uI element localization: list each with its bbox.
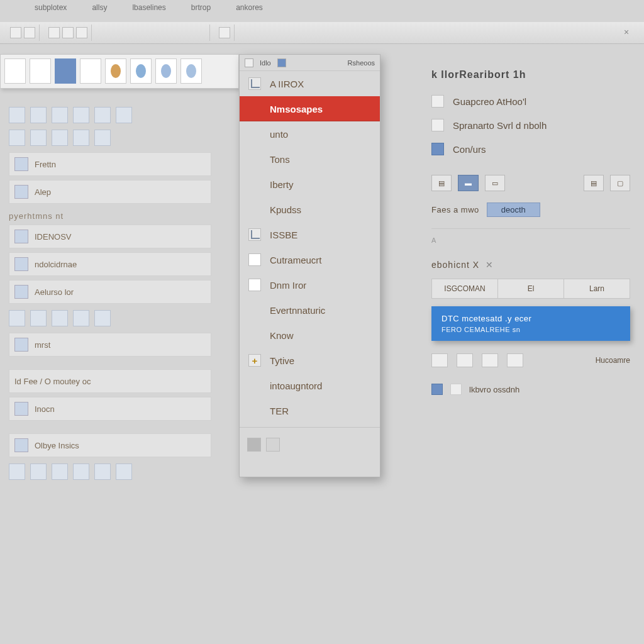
menu-item-label: Evertnnaturic <box>270 305 325 316</box>
swatch[interactable] <box>266 438 280 452</box>
ribbon-button[interactable] <box>48 27 60 38</box>
thumbnail[interactable] <box>155 58 177 84</box>
thumbnail[interactable] <box>30 58 51 84</box>
footer-label: lkbvro ossdnh <box>469 385 519 394</box>
menu-item[interactable]: Know <box>240 323 380 348</box>
list-item[interactable]: mrst <box>9 333 211 357</box>
icon-row <box>9 107 211 123</box>
swatch[interactable] <box>507 353 523 367</box>
menu-item-label: Know <box>270 330 294 341</box>
tooltip-line: DTC mcetesatd .y ecer <box>441 314 620 323</box>
segmented-control[interactable]: ISGCOMAN El Larn <box>431 279 630 299</box>
list-item[interactable]: IDENOSV <box>9 225 211 248</box>
thumbnail[interactable] <box>105 58 126 84</box>
menubar: subplotex allsy lbaselines brtrop ankore… <box>0 3 644 18</box>
pair-pill[interactable]: deocth <box>487 203 540 217</box>
marker: A <box>431 236 436 244</box>
tool-button[interactable]: ▢ <box>610 175 630 191</box>
thumbnail[interactable] <box>4 58 26 84</box>
menu-item[interactable]: Iberty <box>240 172 380 197</box>
tool-button[interactable]: ▤ <box>431 175 452 191</box>
mini-toolbar: ▤ ▬ ▭ ▤ ▢ <box>431 175 630 191</box>
menu-item[interactable]: brtrop <box>191 3 211 18</box>
menu-item-label: intoaugntord <box>270 380 322 391</box>
menu-item[interactable]: ankores <box>236 3 263 18</box>
menu-item[interactable]: TER <box>240 398 380 423</box>
item-icon <box>14 402 28 416</box>
swatch[interactable] <box>457 353 473 367</box>
menu-item[interactable]: Evertnnaturic <box>240 297 380 323</box>
thumbnail[interactable] <box>80 58 101 84</box>
ribbon-button[interactable] <box>219 27 230 38</box>
item-icon <box>14 257 28 271</box>
section-sub: ebohicnt X✕ <box>431 260 630 270</box>
ribbon-button[interactable] <box>24 27 35 38</box>
thumbnail-selected[interactable] <box>55 58 76 84</box>
segment[interactable]: ISGCOMAN <box>431 279 498 299</box>
tool-button[interactable]: ▤ <box>584 175 604 191</box>
list-item[interactable]: ndolcidrnae <box>9 252 211 276</box>
swatch-label: Hucoamre <box>596 356 630 365</box>
swatch[interactable] <box>247 438 261 452</box>
axis-icon <box>248 228 261 241</box>
icon-row <box>9 310 211 326</box>
menu-item[interactable]: lbaselines <box>132 3 165 18</box>
menu-item-label: Tytive <box>270 355 294 366</box>
menu-item[interactable]: A IIROX <box>240 71 380 96</box>
header-label: Idlo <box>260 59 271 67</box>
axis-icon <box>248 77 261 90</box>
thumbnail[interactable] <box>130 58 152 84</box>
property-row[interactable]: Spranarto Svrl d nbolh <box>431 113 630 137</box>
list-item[interactable]: Id Fee / O moutey oc <box>9 369 211 393</box>
clear-icon[interactable]: ✕ <box>486 260 494 270</box>
menu-item[interactable]: intoaugntord <box>240 373 380 398</box>
list-item[interactable]: Alep <box>9 180 211 204</box>
color-swatch[interactable] <box>431 384 443 395</box>
menu-item[interactable]: Cutrameucrt <box>240 247 380 272</box>
tool-button[interactable]: ▬ <box>458 175 479 191</box>
menu-item[interactable]: allsy <box>92 3 107 18</box>
ribbon-button[interactable] <box>76 27 87 38</box>
swatch[interactable] <box>482 353 498 367</box>
list-item[interactable]: Frettn <box>9 152 211 176</box>
list-item[interactable]: Inocn <box>9 397 211 421</box>
menu-item[interactable]: Kpudss <box>240 197 380 222</box>
ribbon-button[interactable] <box>62 27 74 38</box>
icon-row <box>9 464 211 480</box>
item-icon <box>14 438 28 452</box>
row-icon <box>431 119 444 131</box>
property-row[interactable]: Guapcreo AtHoo'l <box>431 89 630 113</box>
row-icon <box>431 95 444 108</box>
thumbnail-gallery <box>0 54 239 89</box>
property-row[interactable]: Con/urs <box>431 137 630 161</box>
menu-item[interactable]: Nmsosapes <box>240 96 380 121</box>
pair-label: Faes a mwo <box>431 205 479 214</box>
item-icon <box>14 285 28 299</box>
menu-item[interactable]: subplotex <box>35 3 67 18</box>
segment[interactable]: El <box>498 279 564 299</box>
list-item[interactable]: Olbye Insics <box>9 433 211 457</box>
menu-item-label: Tons <box>270 154 290 165</box>
list-item[interactable]: Aelurso lor <box>9 280 211 304</box>
swatch[interactable] <box>431 353 448 367</box>
thumbnail[interactable] <box>180 58 202 84</box>
close-icon[interactable]: × <box>621 28 631 38</box>
menu-item[interactable]: Tons <box>240 147 380 172</box>
item-icon <box>14 185 28 199</box>
menu-item[interactable]: Tytive <box>240 348 380 373</box>
row-icon <box>431 143 444 155</box>
menu-item-label: Nmsosapes <box>270 104 323 114</box>
ribbon-toolbar: × <box>0 22 644 44</box>
menu-item-label: Cutrameucrt <box>270 255 322 265</box>
footer-row[interactable]: lkbvro ossdnh <box>431 384 630 395</box>
menu-item[interactable]: Dnm Iror <box>240 272 380 297</box>
item-icon <box>14 157 28 171</box>
page-icon <box>248 253 261 266</box>
ribbon-button[interactable] <box>10 27 21 38</box>
menu-item[interactable]: unto <box>240 121 380 147</box>
tool-button[interactable]: ▭ <box>485 175 505 191</box>
segment[interactable]: Larn <box>564 279 630 299</box>
menu-item[interactable]: ISSBE <box>240 222 380 247</box>
inspector-panel: k IlorRearibort 1h Guapcreo AtHoo'l Spra… <box>418 63 644 644</box>
color-swatch[interactable] <box>450 384 462 395</box>
